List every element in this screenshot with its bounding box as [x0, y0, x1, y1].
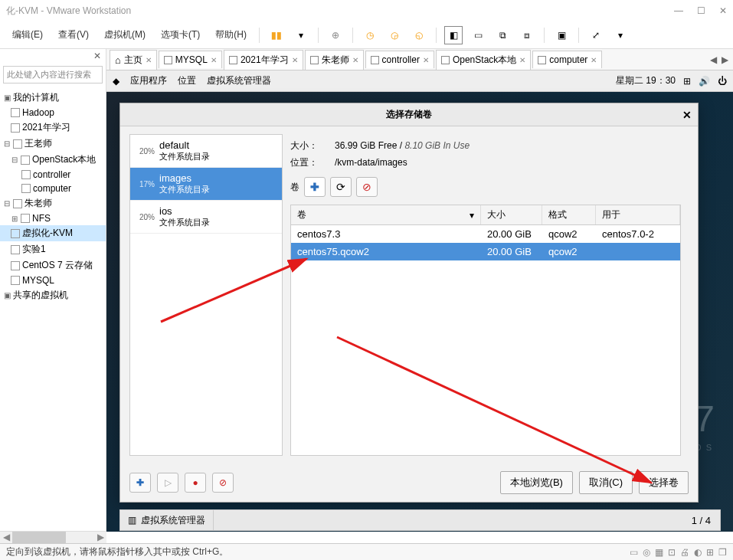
tab-controller[interactable]: controller✕ [365, 51, 434, 68]
tab-zhu[interactable]: 朱老师✕ [305, 50, 364, 70]
maximize-button[interactable]: ☐ [697, 5, 705, 16]
sidebar-close-icon[interactable]: ✕ [0, 49, 106, 63]
titlebar: 化-KVM - VMware Workstation — ☐ ✕ [0, 0, 733, 21]
device-icon[interactable]: ⊞ [706, 547, 714, 558]
col-size[interactable]: 大小 [481, 205, 542, 224]
fullscreen-icon[interactable]: ⤢ [587, 26, 605, 44]
volume-icon[interactable]: 🔊 [699, 76, 710, 87]
gnome-places[interactable]: 位置 [178, 74, 196, 87]
volume-row-selected[interactable]: centos75.qcow2 20.00 GiB qcow2 [291, 243, 680, 260]
tree-item[interactable]: CentOS 7 云存储 [0, 257, 106, 273]
layout3-icon[interactable]: ⧉ [493, 26, 512, 44]
menu-tabs[interactable]: 选项卡(T) [155, 25, 206, 44]
col-name[interactable]: 卷▾ [291, 205, 481, 224]
tab-next-icon[interactable]: ▶ [722, 54, 728, 65]
col-format[interactable]: 格式 [542, 205, 596, 224]
device-icon[interactable]: 🖨 [680, 547, 689, 558]
clock1-icon[interactable]: ◷ [361, 26, 379, 44]
clock3-icon[interactable]: ◵ [410, 26, 428, 44]
tree-root[interactable]: ▣我的计算机 [0, 90, 106, 106]
delete-volume-button[interactable]: ⊘ [356, 177, 378, 197]
menu-vm[interactable]: 虚拟机(M) [98, 25, 152, 44]
add-volume-button[interactable]: ✚ [304, 177, 326, 197]
tree-item[interactable]: ⊞NFS [0, 211, 106, 225]
console-icon[interactable]: ▣ [552, 26, 571, 44]
device-icon[interactable]: ▦ [655, 547, 663, 558]
menu-edit[interactable]: 编辑(E) [6, 25, 49, 44]
device-icon[interactable]: ❐ [718, 547, 727, 558]
tab-computer[interactable]: computer✕ [532, 51, 602, 68]
tree-item[interactable]: ⊟朱老师 [0, 195, 106, 211]
status-message: 定向到该虚拟机，请将鼠标指针移入其中或按 Ctrl+G。 [6, 545, 228, 558]
tab-prev-icon[interactable]: ◀ [710, 54, 717, 65]
close-icon[interactable]: ✕ [352, 56, 358, 64]
close-icon[interactable]: ✕ [146, 56, 152, 64]
close-icon[interactable]: ✕ [519, 56, 525, 64]
layout1-icon[interactable]: ◧ [444, 26, 463, 44]
close-button[interactable]: ✕ [719, 5, 727, 16]
pool-item-images[interactable]: 17% images文件系统目录 [130, 168, 282, 201]
window-title: 化-KVM - VMware Workstation [6, 5, 131, 18]
minimize-button[interactable]: — [674, 5, 683, 16]
pause-icon[interactable]: ▮▮ [267, 26, 286, 44]
device-icon[interactable]: ◎ [643, 547, 650, 558]
close-icon[interactable]: ✕ [292, 56, 298, 64]
device-icon[interactable]: ◐ [694, 547, 702, 558]
add-pool-button[interactable]: ✚ [129, 473, 151, 493]
play-pool-button[interactable]: ▷ [157, 473, 178, 493]
close-icon[interactable]: ✕ [211, 56, 217, 64]
tree-item[interactable]: ⊟王老师 [0, 136, 106, 152]
pool-item-default[interactable]: 20% default文件系统目录 [130, 135, 282, 168]
tab-home[interactable]: 主页✕ [110, 50, 157, 70]
tab-mysql[interactable]: MYSQL✕ [159, 51, 222, 68]
tree-item[interactable]: 2021年学习 [0, 120, 106, 136]
pool-item-ios[interactable]: 20% ios文件系统目录 [130, 201, 282, 234]
menubar: 编辑(E) 查看(V) 虚拟机(M) 选项卡(T) 帮助(H) ▮▮ ▾ ⊕ ◷… [0, 21, 733, 49]
search-input[interactable]: 此处键入内容进行搜索 [3, 66, 103, 84]
whisker-icon[interactable]: ◆ [113, 76, 119, 87]
gnome-apps[interactable]: 应用程序 [130, 74, 167, 87]
tab-openstack[interactable]: OpenStack本地✕ [436, 50, 531, 70]
close-icon[interactable]: ✕ [591, 56, 597, 64]
tree-item[interactable]: MYSQL [0, 273, 106, 287]
sidebar-hscroll[interactable]: ◀▶ [0, 531, 106, 543]
vm-tree: ▣我的计算机 Hadoop 2021年学习 ⊟王老师 ⊟OpenStack本地 … [0, 87, 106, 532]
layout4-icon[interactable]: ⧈ [518, 26, 536, 44]
window-controls: — ☐ ✕ [674, 5, 727, 16]
power-icon[interactable]: ⏻ [718, 76, 727, 87]
device-icon[interactable]: ▭ [630, 547, 638, 558]
layout2-icon[interactable]: ▭ [469, 26, 487, 44]
tree-item-selected[interactable]: 虚拟化-KVM [0, 225, 106, 241]
volume-panel: 大小：36.99 GiB Free / 8.10 GiB In Use 位置：/… [283, 134, 689, 456]
workspace-indicator[interactable]: 1 / 4 [682, 515, 720, 526]
tree-item[interactable]: 实验1 [0, 241, 106, 257]
device-icon[interactable]: ⊡ [668, 547, 676, 558]
gnome-taskbar: ▥ 虚拟系统管理器 1 / 4 [119, 509, 721, 531]
dropdown-icon[interactable]: ▾ [292, 26, 310, 44]
sort-icon: ▾ [470, 210, 474, 221]
clock2-icon[interactable]: ◶ [385, 26, 404, 44]
volume-row[interactable]: centos7.3 20.00 GiB qcow2 centos7.0-2 [291, 225, 680, 243]
tree-shared[interactable]: ▣共享的虚拟机 [0, 287, 106, 303]
stop-pool-button[interactable]: ● [185, 473, 206, 493]
tree-item[interactable]: Hadoop [0, 106, 106, 120]
taskbar-app[interactable]: ▥ 虚拟系统管理器 [120, 510, 214, 530]
col-used[interactable]: 用于 [596, 205, 680, 224]
choose-volume-button[interactable]: 选择卷 [639, 471, 689, 494]
dropdown2-icon[interactable]: ▾ [611, 26, 630, 44]
menu-help[interactable]: 帮助(H) [209, 25, 253, 44]
cancel-button[interactable]: 取消(C) [579, 471, 633, 494]
menu-view[interactable]: 查看(V) [52, 25, 95, 44]
network-icon[interactable]: ⊞ [683, 76, 691, 87]
tree-item[interactable]: controller [0, 168, 106, 182]
tree-item[interactable]: computer [0, 182, 106, 195]
refresh-button[interactable]: ⟳ [330, 177, 352, 197]
tree-item[interactable]: ⊟OpenStack本地 [0, 152, 106, 168]
gnome-vmm[interactable]: 虚拟系统管理器 [207, 74, 271, 87]
browse-local-button[interactable]: 本地浏览(B) [500, 471, 573, 494]
delete-pool-button[interactable]: ⊘ [212, 473, 234, 493]
dialog-close-icon[interactable]: ✕ [682, 109, 692, 121]
tab-2021[interactable]: 2021年学习✕ [224, 50, 303, 70]
close-icon[interactable]: ✕ [423, 56, 429, 64]
snapshot-icon[interactable]: ⊕ [326, 26, 345, 44]
